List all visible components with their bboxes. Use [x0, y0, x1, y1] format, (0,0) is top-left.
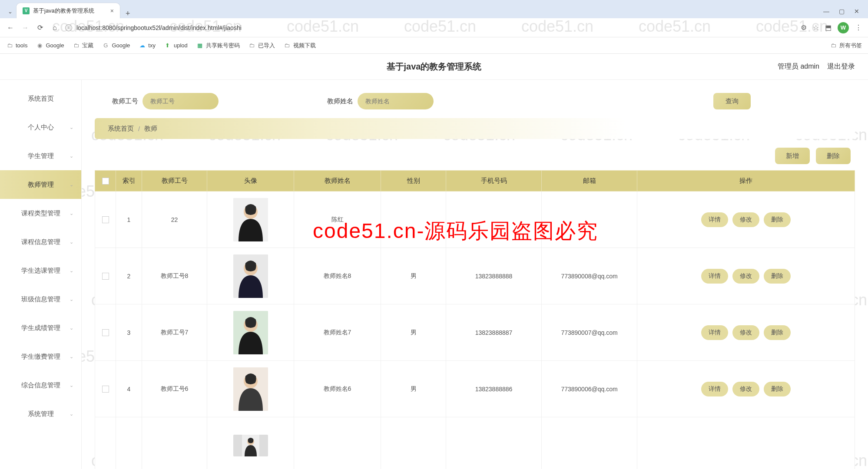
row-delete-button[interactable]: 删除 — [764, 382, 791, 396]
detail-button[interactable]: 详情 — [701, 382, 728, 396]
sidebar: 系统首页个人中心⌄学生管理⌄教师管理⌄课程类型管理⌄课程信息管理⌄学生选课管理⌄… — [0, 80, 82, 469]
tab-menu-icon[interactable]: ⌄ — [4, 8, 16, 18]
bookmark-item[interactable]: ▦共享账号密码 — [196, 42, 240, 50]
cell-id: 22 — [142, 192, 207, 248]
add-button[interactable]: 新增 — [775, 148, 810, 164]
row-delete-button[interactable]: 删除 — [764, 325, 791, 340]
back-icon[interactable]: ← — [6, 24, 15, 32]
sidebar-item[interactable]: 系统首页 — [0, 84, 81, 113]
edit-button[interactable]: 修改 — [732, 212, 759, 227]
cell-index: 2 — [116, 248, 142, 304]
row-checkbox[interactable] — [95, 248, 116, 304]
sidebar-item[interactable]: 课程信息管理⌄ — [0, 228, 81, 256]
google-icon: ◉ — [36, 42, 43, 49]
bookmark-item[interactable]: 🗀宝藏 — [73, 42, 93, 50]
row-checkbox[interactable] — [95, 361, 116, 417]
row-checkbox[interactable] — [95, 192, 116, 248]
close-tab-icon[interactable]: × — [110, 7, 114, 14]
chevron-down-icon: ⌄ — [70, 268, 73, 274]
cell-name: 陈红 — [294, 192, 381, 248]
chevron-down-icon: ⌄ — [70, 411, 73, 417]
forward-icon[interactable]: → — [21, 24, 30, 32]
menu-dots-icon[interactable]: ⋮ — [855, 23, 862, 32]
row-delete-button[interactable]: 删除 — [764, 269, 791, 284]
bookmark-item[interactable]: 🗀视频下载 — [284, 42, 316, 50]
link-icon[interactable]: ⚙ — [801, 23, 807, 32]
new-tab-button[interactable]: + — [120, 9, 136, 18]
chevron-down-icon: ⌄ — [70, 383, 73, 388]
home-icon[interactable]: ⌂ — [50, 24, 59, 32]
cell-avatar — [207, 304, 294, 361]
browser-tab[interactable]: V 基于java的教务管理系统 × — [16, 3, 120, 18]
cell-index: 3 — [116, 304, 142, 361]
url-text: localhost:8080/springbootux52l/admin/dis… — [76, 24, 242, 31]
sidebar-item[interactable]: 个人中心⌄ — [0, 113, 81, 142]
table-row: 4 教师工号6 教师姓名6 男 13823888886 773890006@qq… — [95, 361, 855, 417]
query-button[interactable]: 查询 — [713, 93, 751, 109]
bookmark-star-icon[interactable]: ☆ — [813, 23, 819, 32]
cell-id: 教师工号6 — [142, 361, 207, 417]
col-index: 索引 — [116, 171, 142, 192]
bookmark-item[interactable]: ◉Google — [36, 42, 64, 49]
detail-button[interactable]: 详情 — [701, 212, 728, 227]
row-delete-button[interactable]: 删除 — [764, 212, 791, 227]
bookmark-item[interactable]: ⬆uplod — [164, 42, 188, 49]
row-checkbox[interactable] — [95, 304, 116, 361]
sidebar-item[interactable]: 课程类型管理⌄ — [0, 199, 81, 228]
col-avatar: 头像 — [207, 171, 294, 192]
edit-button[interactable]: 修改 — [732, 269, 759, 284]
reload-icon[interactable]: ⟳ — [36, 23, 44, 32]
cell-name: 教师姓名8 — [294, 248, 381, 304]
bookmark-item[interactable]: 🗀已导入 — [248, 42, 275, 50]
sidebar-item[interactable]: 学生成绩管理⌄ — [0, 314, 81, 342]
breadcrumb-home[interactable]: 系统首页 — [108, 125, 134, 133]
sidebar-item[interactable]: 教师管理⌄ — [0, 170, 81, 199]
address-bar: ← → ⟳ ⌂ i localhost:8080/springbootux52l… — [0, 18, 868, 37]
app-title: 基于java的教务管理系统 — [387, 61, 482, 73]
select-all-header[interactable] — [95, 171, 116, 192]
bookmark-item[interactable]: ☁txy — [139, 42, 156, 49]
sidebar-item[interactable]: 学生管理⌄ — [0, 142, 81, 170]
app-topbar: 基于java的教务管理系统 管理员 admin 退出登录 — [0, 54, 868, 80]
site-info-icon[interactable]: i — [65, 24, 72, 31]
all-bookmarks[interactable]: 🗀所有书签 — [830, 42, 862, 50]
col-email: 邮箱 — [542, 171, 637, 192]
profile-avatar[interactable]: W — [838, 22, 849, 33]
avatar-image — [233, 311, 268, 354]
close-window-icon[interactable]: ✕ — [854, 8, 859, 15]
url-field[interactable]: i localhost:8080/springbootux52l/admin/d… — [65, 24, 795, 31]
delete-button[interactable]: 删除 — [816, 148, 851, 164]
search-id-label: 教师工号 — [112, 97, 138, 106]
teacher-table: 索引 教师工号 头像 教师姓名 性别 手机号码 邮箱 操作 1 22 陈红 — [95, 170, 855, 469]
user-role-label[interactable]: 管理员 admin — [778, 62, 819, 71]
cell-ops: 详情 修改 删除 — [637, 192, 855, 248]
avatar-image — [233, 367, 268, 411]
sidebar-item[interactable]: 系统管理⌄ — [0, 400, 81, 428]
extension-icon[interactable]: ⬒ — [825, 23, 832, 32]
sidebar-item[interactable]: 学生选课管理⌄ — [0, 256, 81, 285]
minimize-icon[interactable]: — — [823, 8, 829, 15]
cell-sex: 男 — [381, 361, 446, 417]
cell-email: 773890008@qq.com — [542, 248, 637, 304]
logout-link[interactable]: 退出登录 — [827, 62, 855, 71]
sidebar-item[interactable]: 班级信息管理⌄ — [0, 285, 81, 314]
edit-button[interactable]: 修改 — [732, 382, 759, 396]
col-phone: 手机号码 — [446, 171, 542, 192]
edit-button[interactable]: 修改 — [732, 325, 759, 340]
maximize-icon[interactable]: ▢ — [839, 8, 845, 15]
chevron-down-icon: ⌄ — [70, 125, 73, 130]
search-name-input[interactable] — [358, 93, 434, 109]
cell-sex: 男 — [381, 248, 446, 304]
bookmark-item[interactable]: 🗀tools — [6, 42, 27, 49]
search-id-input[interactable] — [142, 93, 219, 109]
search-name-label: 教师姓名 — [327, 97, 353, 106]
cell-email — [542, 192, 637, 248]
folder-icon: 🗀 — [248, 42, 255, 49]
sidebar-item[interactable]: 综合信息管理⌄ — [0, 371, 81, 400]
sidebar-item[interactable]: 学生缴费管理⌄ — [0, 342, 81, 371]
breadcrumb-current: 教师 — [144, 125, 157, 133]
bookmark-item[interactable]: GGoogle — [102, 42, 130, 49]
detail-button[interactable]: 详情 — [701, 325, 728, 340]
avatar-image — [233, 198, 268, 241]
detail-button[interactable]: 详情 — [701, 269, 728, 284]
